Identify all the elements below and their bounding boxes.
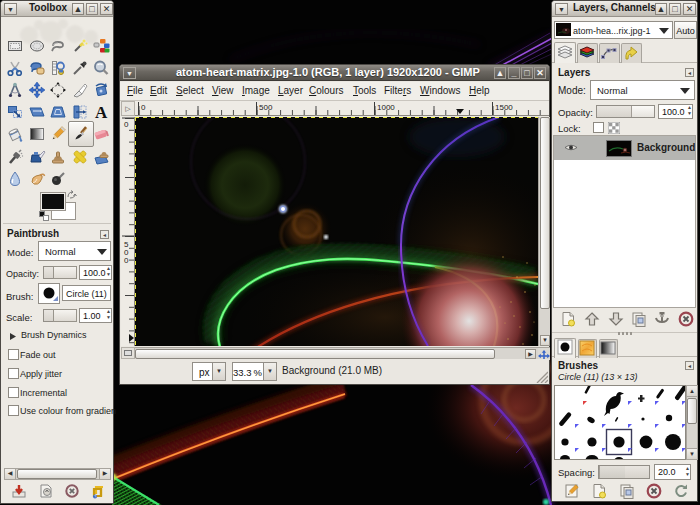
svg-text:0: 0 <box>124 120 129 129</box>
svg-text:0: 0 <box>124 256 129 265</box>
svg-text:A: A <box>95 103 108 121</box>
svg-text:500: 500 <box>259 103 273 112</box>
svg-text:1000: 1000 <box>377 103 395 112</box>
svg-text:0: 0 <box>141 103 146 112</box>
svg-text:1500: 1500 <box>495 103 513 112</box>
